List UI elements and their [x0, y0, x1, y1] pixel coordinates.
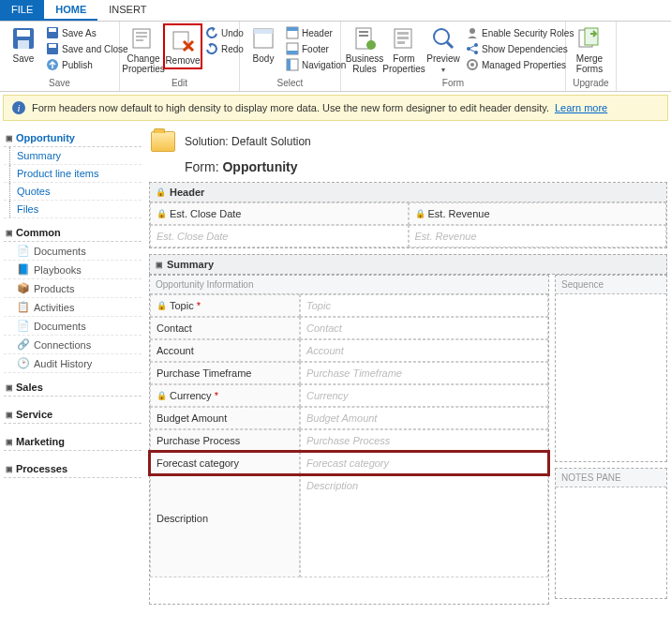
business-rules-icon [351, 25, 378, 52]
save-button[interactable]: Save [4, 23, 43, 66]
publish-button[interactable]: Publish [43, 57, 131, 72]
svg-rect-28 [397, 41, 405, 44]
svg-rect-22 [359, 31, 368, 33]
field-contact[interactable]: ContactContact [150, 317, 548, 339]
dependencies-icon [466, 42, 479, 55]
info-text: Form headers now default to high density… [32, 102, 549, 113]
info-bar: i Form headers now default to high densi… [3, 95, 668, 121]
security-roles-button[interactable]: Enable Security Roles [463, 25, 576, 40]
save-close-icon [46, 42, 59, 55]
svg-rect-14 [254, 29, 273, 34]
group-save-label: Save [4, 77, 115, 89]
nav-common-header[interactable]: ▣Common [4, 224, 142, 242]
documents-icon: 📄 [17, 320, 30, 332]
audit-icon: 🕑 [17, 357, 30, 369]
activities-icon: 📋 [17, 301, 30, 313]
sequence-header: Sequence [556, 276, 666, 294]
documents-icon: 📄 [17, 245, 30, 257]
nav-audit-history[interactable]: 🕑Audit History [4, 354, 142, 373]
field-account[interactable]: AccountAccount [150, 339, 548, 362]
field-process[interactable]: Purchase ProcessPurchase Process [150, 429, 548, 452]
save-as-button[interactable]: Save As [43, 25, 131, 40]
show-dependencies-button[interactable]: Show Dependencies [463, 41, 576, 56]
remove-button[interactable]: Remove [163, 23, 202, 69]
nav-opportunity-header[interactable]: ▣Opportunity [4, 129, 142, 147]
field-topic[interactable]: 🔒Topic*Topic [150, 294, 548, 317]
notes-pane-header: NOTES PANE [556, 469, 666, 487]
svg-point-30 [470, 28, 475, 34]
business-rules-button[interactable]: Business Rules [345, 23, 384, 76]
header-icon [286, 26, 299, 39]
nav-service-header[interactable]: ▣Service [4, 406, 142, 424]
svg-rect-18 [287, 51, 298, 54]
nav-sales-header[interactable]: ▣Sales [4, 379, 142, 397]
lock-icon: 🔒 [156, 187, 166, 197]
svg-point-35 [470, 63, 474, 67]
summary-section[interactable]: ▣Summary Opportunity Information 🔒Topic*… [149, 254, 667, 605]
svg-point-24 [366, 40, 376, 50]
footer-icon [286, 42, 299, 55]
svg-rect-37 [585, 28, 598, 45]
tab-insert[interactable]: INSERT [97, 0, 157, 21]
header-section[interactable]: 🔒Header 🔒Est. Close Date Est. Close Date… [149, 182, 667, 248]
save-close-button[interactable]: Save and Close [43, 41, 131, 56]
body-icon [250, 25, 276, 52]
group-select-label: Select [244, 77, 336, 89]
undo-icon [205, 26, 218, 39]
nav-products[interactable]: 📦Products [4, 279, 142, 298]
nav-quotes[interactable]: Quotes [4, 183, 142, 201]
field-currency[interactable]: 🔒Currency*Currency [150, 384, 548, 407]
footer-button[interactable]: Footer [283, 41, 349, 56]
security-icon [466, 26, 479, 39]
svg-rect-6 [49, 44, 56, 48]
nav-documents-2[interactable]: 📄Documents [4, 317, 142, 336]
nav-files[interactable]: Files [4, 201, 142, 218]
navigation-icon [286, 58, 299, 71]
svg-point-29 [434, 29, 449, 44]
change-properties-button[interactable]: Change Properties [124, 23, 163, 76]
svg-rect-1 [17, 30, 30, 37]
svg-rect-27 [397, 37, 409, 39]
svg-rect-23 [359, 35, 368, 37]
body-button[interactable]: Body [244, 23, 283, 66]
nav-product-line-items[interactable]: Product line items [4, 165, 142, 183]
svg-rect-10 [136, 36, 147, 37]
gear-icon [466, 58, 479, 71]
nav-summary[interactable]: Summary [4, 147, 142, 165]
field-description[interactable]: DescriptionDescription [150, 474, 548, 577]
form-properties-button[interactable]: Form Properties [384, 23, 424, 76]
managed-properties-button[interactable]: Managed Properties [463, 57, 576, 72]
svg-rect-26 [397, 32, 409, 35]
nav-processes-header[interactable]: ▣Processes [4, 460, 142, 478]
save-as-icon [46, 26, 59, 39]
field-timeframe[interactable]: Purchase TimeframePurchase Timeframe [150, 362, 548, 384]
preview-button[interactable]: Preview▾ [424, 23, 463, 77]
nav-playbooks[interactable]: 📘Playbooks [4, 261, 142, 279]
solution-folder-icon [151, 131, 175, 152]
products-icon: 📦 [17, 282, 30, 294]
nav-connections[interactable]: 🔗Connections [4, 336, 142, 354]
redo-icon [205, 42, 218, 55]
nav-activities[interactable]: 📋Activities [4, 298, 142, 317]
learn-more-link[interactable]: Learn more [555, 102, 607, 113]
form-title: Form: Opportunity [185, 159, 667, 174]
group-edit-label: Edit [124, 77, 235, 89]
opp-info-header: Opportunity Information [150, 276, 548, 294]
tab-home[interactable]: HOME [44, 0, 97, 21]
tab-file[interactable]: FILE [0, 0, 44, 21]
group-upgrade-label: Upgrade [570, 77, 612, 89]
header-button[interactable]: Header [283, 25, 349, 40]
preview-icon [430, 25, 456, 52]
field-budget[interactable]: Budget AmountBudget Amount [150, 407, 548, 429]
navigation-button[interactable]: Navigation [283, 57, 349, 72]
nav-documents[interactable]: 📄Documents [4, 242, 142, 261]
save-icon [10, 25, 37, 52]
field-forecast-category[interactable]: Forecast categoryForecast category [150, 452, 548, 474]
connections-icon: 🔗 [17, 338, 30, 351]
merge-icon [576, 25, 603, 52]
svg-text:i: i [17, 102, 20, 113]
merge-forms-button[interactable]: Merge Forms [570, 23, 609, 76]
svg-rect-16 [287, 27, 298, 31]
nav-marketing-header[interactable]: ▣Marketing [4, 433, 142, 451]
group-form-label: Form [345, 77, 561, 89]
